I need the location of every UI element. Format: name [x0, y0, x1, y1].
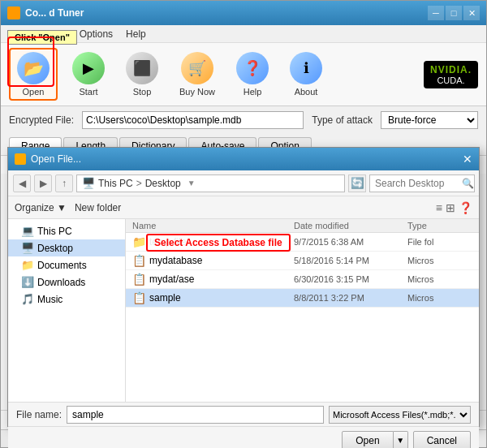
file-list-header: Name Date modified Type — [126, 219, 479, 233]
music-icon: 🎵 — [21, 293, 34, 305]
title-bar: Co... d Tuner ─ □ ✕ — [1, 1, 486, 25]
encrypted-file-input[interactable] — [82, 111, 304, 129]
open-button-group: Open ▼ — [342, 431, 407, 449]
maximize-button[interactable]: □ — [446, 6, 462, 20]
file-toolbar: Organize ▼ New folder ≡ ⊞ ❓ — [8, 196, 479, 219]
app-icon — [7, 6, 20, 19]
file-name-0: 📁 temp file — [132, 235, 294, 248]
thispc-label: This PC — [37, 226, 72, 237]
main-window: Co... d Tuner ─ □ ✕ Click "Open" File At… — [0, 0, 487, 448]
attack-select[interactable]: Brute-force Dictionary Smart — [381, 111, 478, 129]
file-row[interactable]: 📋 mydatabase 5/18/2016 5:14 PM Micros — [126, 252, 479, 270]
open-button-label: Open — [23, 87, 45, 97]
filename-input[interactable] — [67, 406, 324, 424]
buynow-icon: 🛒 — [181, 52, 213, 84]
dialog-open-button[interactable]: Open — [342, 431, 393, 449]
file-icon-2: 📋 — [132, 273, 146, 286]
help-button[interactable]: ❓ Help — [230, 49, 275, 100]
documents-label: Documents — [37, 260, 87, 271]
file-name-1: 📋 mydatabase — [132, 254, 294, 267]
path-thispc: This PC — [98, 178, 133, 189]
tree-item-desktop[interactable]: 🖥️ Desktop — [8, 239, 125, 256]
minimize-button[interactable]: ─ — [428, 6, 444, 20]
file-row-selected[interactable]: 📋 sample 8/8/2011 3:22 PM Micros — [126, 289, 479, 308]
tree-item-downloads[interactable]: ⬇️ Downloads — [8, 274, 125, 291]
menu-options[interactable]: Options — [73, 27, 119, 41]
open-button[interactable]: 📂 Open — [9, 48, 58, 101]
address-path: 🖥️ This PC > Desktop ▼ — [76, 174, 345, 192]
buynow-button[interactable]: 🛒 Buy Now — [173, 49, 222, 100]
cuda-text: CUDA. — [437, 75, 464, 85]
search-input[interactable] — [369, 174, 475, 192]
dialog-icon — [15, 153, 26, 165]
about-button[interactable]: ℹ About — [283, 49, 329, 100]
dialog-buttons: Open ▼ Cancel — [8, 426, 479, 448]
open-file-dialog: Open File... ✕ ◀ ▶ ↑ 🖥️ This PC > Deskto… — [7, 147, 480, 427]
header-type: Type — [407, 221, 472, 230]
file-date-0: 9/7/2015 6:38 AM — [294, 237, 407, 247]
refresh-button[interactable]: 🔄 — [348, 174, 366, 192]
file-row[interactable]: 📋 mydat/ase 6/30/2016 3:15 PM Micros — [126, 270, 479, 289]
file-date-1: 5/18/2016 5:14 PM — [294, 256, 407, 265]
close-button[interactable]: ✕ — [463, 6, 480, 20]
about-icon: ℹ — [290, 52, 322, 84]
file-type-0: File fol — [407, 237, 472, 247]
file-type-1: Micros — [407, 256, 472, 265]
tree-item-music[interactable]: 🎵 Music — [8, 291, 125, 308]
filename-row: File name: Microsoft Access Files(*.mdb;… — [8, 402, 479, 426]
dialog-title-bar: Open File... ✕ — [8, 148, 479, 170]
nvidia-badge: NVIDIA. CUDA. — [424, 61, 478, 88]
header-name: Name — [132, 221, 294, 230]
tree-item-documents[interactable]: 📁 Documents — [8, 256, 125, 274]
buynow-button-label: Buy Now — [179, 87, 215, 97]
file-date-2: 6/30/2016 3:15 PM — [294, 274, 407, 284]
file-date-3: 8/8/2011 3:22 PM — [294, 293, 407, 303]
start-icon: ▶ — [72, 52, 105, 84]
file-icon-3: 📋 — [132, 291, 146, 304]
help-icon: ❓ — [236, 52, 269, 84]
click-open-tooltip: Click "Open" — [7, 30, 77, 45]
start-button[interactable]: ▶ Start — [66, 49, 111, 100]
view-grid-icon[interactable]: ⊞ — [446, 201, 455, 214]
downloads-label: Downloads — [37, 277, 85, 288]
organize-button[interactable]: Organize ▼ — [15, 202, 67, 213]
nav-tree: 💻 This PC 🖥️ Desktop 📁 Documents ⬇️ Down… — [8, 219, 126, 402]
file-name-2: 📋 mydat/ase — [132, 273, 294, 286]
file-list: Name Date modified Type 📁 temp file 9/7/… — [126, 219, 479, 402]
nav-up-button[interactable]: ↑ — [55, 174, 73, 192]
header-date: Date modified — [294, 221, 407, 230]
stop-button-label: Stop — [133, 87, 152, 97]
file-icon-1: 📋 — [132, 254, 146, 267]
open-icon: 📂 — [17, 52, 50, 84]
view-list-icon[interactable]: ≡ — [436, 201, 442, 214]
dialog-cancel-button[interactable]: Cancel — [413, 431, 471, 449]
view-help-icon[interactable]: ❓ — [459, 201, 472, 214]
file-row[interactable]: 📁 temp file 9/7/2015 6:38 AM File fol — [126, 233, 479, 252]
encrypted-label: Encrypted File: — [9, 114, 74, 126]
nav-back-button[interactable]: ◀ — [13, 174, 31, 192]
dialog-close-button[interactable]: ✕ — [463, 153, 472, 166]
music-label: Music — [37, 294, 62, 305]
file-icon-0: 📁 — [132, 235, 146, 248]
stop-button[interactable]: ⬛ Stop — [119, 49, 165, 100]
downloads-icon: ⬇️ — [21, 276, 34, 288]
tree-item-thispc[interactable]: 💻 This PC — [8, 222, 125, 239]
file-type-3: Micros — [407, 293, 472, 303]
file-type-2: Micros — [407, 274, 472, 284]
dialog-open-arrow[interactable]: ▼ — [394, 431, 408, 449]
search-icon: 🔍 — [462, 178, 474, 189]
encrypted-file-row: Encrypted File: Type of attack Brute-for… — [1, 106, 486, 134]
file-name-3: 📋 sample — [132, 291, 294, 304]
path-desktop: Desktop — [145, 178, 181, 189]
menu-help[interactable]: Help — [119, 27, 153, 41]
dialog-title-text: Open File... — [31, 153, 81, 165]
filetype-select[interactable]: Microsoft Access Files(*.mdb;*. — [329, 406, 471, 424]
thispc-icon: 💻 — [21, 225, 34, 237]
view-buttons: ≡ ⊞ ❓ — [436, 201, 472, 214]
new-folder-button[interactable]: New folder — [75, 202, 121, 213]
stop-icon: ⬛ — [126, 52, 158, 84]
nav-forward-button[interactable]: ▶ — [34, 174, 52, 192]
file-pane: 💻 This PC 🖥️ Desktop 📁 Documents ⬇️ Down… — [8, 219, 479, 402]
nvidia-text: NVIDIA. — [430, 64, 472, 75]
toolbar: 📂 Open ▶ Start ⬛ Stop 🛒 Buy Now ❓ Help ℹ… — [1, 43, 486, 106]
